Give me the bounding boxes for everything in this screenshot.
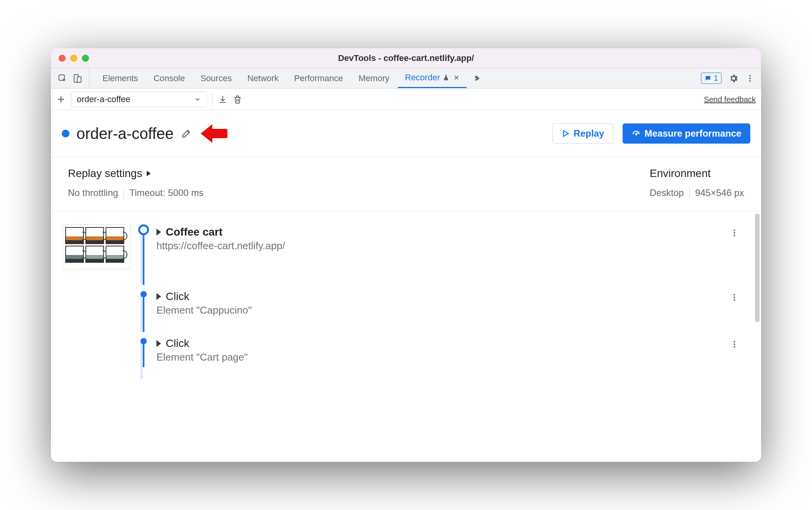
tab-sources[interactable]: Sources [193,68,239,88]
step-subtitle: Element "Cappucino" [156,304,746,316]
replay-button-label: Replay [574,128,604,139]
issues-count: 1 [714,74,718,83]
experiment-flask-icon [442,74,449,81]
download-icon[interactable] [218,95,227,104]
separator [123,187,124,199]
settings-gear-icon[interactable] [729,73,739,83]
separator [689,187,690,199]
annotation-arrow-icon [199,122,227,145]
device-value: Desktop [650,187,684,198]
step-menu-icon[interactable] [730,227,739,238]
steps-area: Coffee cart https://coffee-cart.netlify.… [51,211,761,462]
svg-point-10 [734,294,735,296]
svg-point-4 [749,77,751,79]
throttling-value: No throttling [68,187,118,198]
step-subtitle: https://coffee-cart.netlify.app/ [156,240,746,252]
tab-elements[interactable]: Elements [95,68,145,88]
kebab-menu-icon[interactable] [746,74,754,83]
expand-caret-icon [156,293,161,300]
separator [212,92,213,106]
svg-point-3 [749,75,751,76]
window-title: DevTools - coffee-cart.netlify.app/ [51,53,761,63]
tab-performance[interactable]: Performance [287,68,350,88]
chevron-down-icon [194,96,201,103]
tab-network[interactable]: Network [240,68,286,88]
measure-performance-button-label: Measure performance [645,128,741,139]
replay-settings-row: Replay settings No throttling Timeout: 5… [51,157,761,211]
timeout-value: Timeout: 5000 ms [129,187,203,198]
step-click: Click Element "Cappucino" [62,289,746,316]
recording-header: order-a-coffee Replay Measure performanc… [51,110,761,157]
step-expand[interactable]: Click [156,336,746,351]
new-recording-icon[interactable] [56,95,66,104]
viewport-value: 945×546 px [695,187,744,198]
svg-rect-2 [77,77,81,82]
step-click: Click Element "Cart page" [62,336,746,363]
step-menu-icon[interactable] [730,339,739,350]
device-toolbar-icon[interactable] [73,74,82,83]
expand-caret-icon [156,229,161,236]
inspect-element-icon[interactable] [58,74,67,83]
step-title: Click [166,290,189,303]
scrollbar[interactable] [755,213,760,322]
step-initial: Coffee cart https://coffee-cart.netlify.… [62,224,746,269]
close-tab-icon[interactable] [453,75,460,81]
panel-tabs: Elements Console Sources Network Perform… [51,68,761,88]
svg-point-7 [734,230,735,231]
step-title: Click [166,337,189,350]
recording-select[interactable]: order-a-coffee [71,92,207,107]
svg-point-11 [734,297,735,298]
minimize-window-button[interactable] [70,55,77,62]
recorder-toolbar: order-a-coffee Send feedback [51,88,761,110]
replay-settings-title[interactable]: Replay settings [68,167,204,180]
replay-button[interactable]: Replay [552,123,613,144]
svg-point-5 [749,80,751,82]
maximize-window-button[interactable] [82,55,89,62]
devtools-window: DevTools - coffee-cart.netlify.app/ [51,48,761,462]
tab-memory[interactable]: Memory [352,68,396,88]
environment-title: Environment [650,167,744,180]
status-dot-icon [62,130,69,137]
svg-point-13 [734,341,735,343]
expand-caret-icon [146,170,151,177]
svg-point-15 [734,346,735,347]
svg-point-9 [734,234,735,236]
recording-select-value: order-a-coffee [77,94,130,104]
close-window-button[interactable] [59,55,66,62]
step-subtitle: Element "Cart page" [156,351,746,363]
titlebar: DevTools - coffee-cart.netlify.app/ [51,48,761,68]
svg-point-12 [734,299,735,300]
edit-title-icon[interactable] [181,128,192,139]
step-menu-icon[interactable] [730,292,739,303]
svg-point-8 [734,232,735,234]
measure-performance-button[interactable]: Measure performance [623,123,750,144]
more-tabs-icon[interactable] [468,68,485,88]
tab-console[interactable]: Console [147,68,192,88]
step-title: Coffee cart [166,226,222,238]
svg-point-14 [734,343,735,345]
recording-title: order-a-coffee [76,125,174,142]
step-thumbnail [62,224,131,269]
step-expand[interactable]: Coffee cart [156,224,746,240]
step-expand[interactable]: Click [156,289,746,304]
send-feedback-link[interactable]: Send feedback [704,95,756,104]
svg-point-6 [635,134,637,135]
window-controls [51,55,89,62]
tab-recorder[interactable]: Recorder [398,68,466,88]
issues-chip[interactable]: 1 [701,73,722,84]
delete-icon[interactable] [233,95,242,104]
expand-caret-icon [156,340,161,347]
